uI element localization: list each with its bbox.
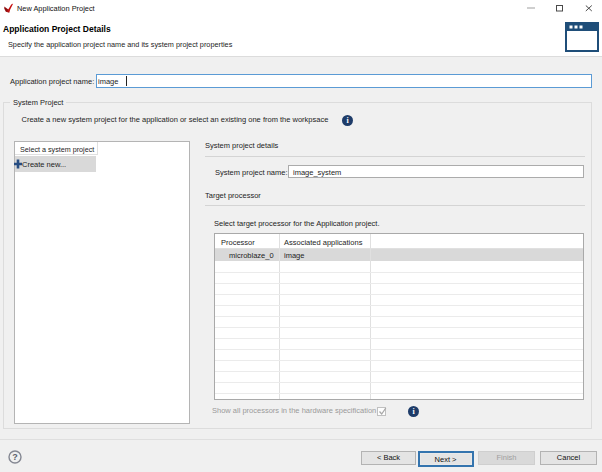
svg-text:?: ? [12,452,18,462]
